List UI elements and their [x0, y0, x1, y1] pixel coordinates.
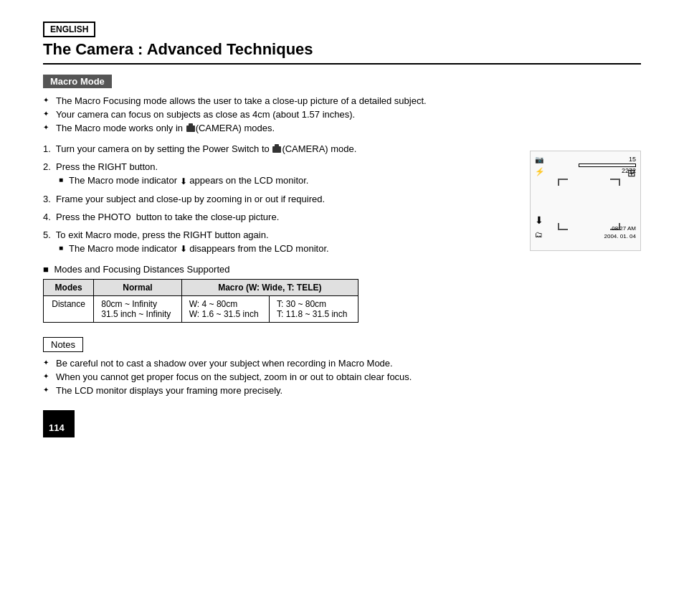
col-header-modes: Modes [44, 280, 94, 296]
cell-mode: Distance [44, 296, 94, 323]
lcd-focus-bl [558, 223, 568, 230]
modes-table: Modes Normal Macro (W: Wide, T: TELE) Di… [43, 279, 358, 323]
lcd-card-icon: 🗂 [535, 230, 543, 239]
page-number-area: 114 [43, 410, 641, 437]
lcd-camera-icon: 📷 [535, 156, 543, 164]
step-3: 3. Frame your subject and close-up by zo… [43, 194, 516, 204]
lcd-flash-icon: ⚡ [535, 167, 545, 176]
camera-icon [186, 125, 195, 132]
lcd-num-15: 15 [629, 156, 636, 163]
intro-bullet-2: Your camera can focus on subjects as clo… [43, 109, 641, 120]
english-badge: ENGLISH [43, 22, 95, 37]
notes-list: Be careful not to cast a shadow over you… [43, 358, 641, 396]
step-4: 4. Press the PHOTO button to take the cl… [43, 212, 516, 222]
section-badge: Macro Mode [43, 75, 112, 88]
intro-bullet-list: The Macro Focusing mode allows the user … [43, 95, 641, 133]
camera-icon-s1 [272, 146, 281, 153]
lcd-macro-icon: ⬇ [535, 214, 543, 226]
intro-bullet-3: The Macro mode works only in (CAMERA) mo… [43, 123, 641, 133]
intro-bullet-1: The Macro Focusing mode allows the user … [43, 95, 641, 106]
table-row: Distance 80cm ~ Infinity31.5 inch ~ Infi… [44, 296, 358, 323]
step-2-sub-1: The Macro mode indicator ⬇ appears on th… [59, 175, 516, 186]
col-header-normal: Normal [94, 280, 182, 296]
modes-label: ■ Modes and Focusing Distances Supported [43, 264, 516, 275]
lcd-focus-tl [558, 179, 568, 186]
lcd-grid-icon: ⊞ [627, 167, 636, 179]
note-1: Be careful not to cast a shadow over you… [43, 358, 641, 369]
step-4-text: 4. Press the PHOTO button to take the cl… [43, 212, 516, 222]
lcd-top-row: 📷 15 2272 [535, 156, 636, 174]
note-2: When you cannot get proper focus on the … [43, 371, 641, 382]
page-num-text: 114 [49, 422, 65, 433]
macro-icon-s5: ⬇ [180, 244, 187, 254]
macro-icon-s2: ⬇ [180, 176, 187, 186]
page-title: The Camera : Advanced Techniques [43, 40, 641, 65]
cell-normal: 80cm ~ Infinity31.5 inch ~ Infinity [94, 296, 182, 323]
lcd-bar-area: 15 2272 [546, 156, 636, 174]
step-1: 1. Turn your camera on by setting the Po… [43, 143, 516, 154]
modes-label-prefix: ■ [43, 264, 49, 275]
step-3-text: 3. Frame your subject and close-up by zo… [43, 194, 516, 204]
main-content: 1. Turn your camera on by setting the Po… [43, 143, 641, 333]
step-5-sub-1: The Macro mode indicator ⬇ disappears fr… [59, 243, 516, 255]
lcd-diagram: 📷 15 2272 ⚡ ⊞ ⬇ 🗂 08:27 AM2004. 01. 04 [530, 151, 641, 251]
left-content: 1. Turn your camera on by setting the Po… [43, 143, 516, 333]
cell-macro-w: W: 4 ~ 80cmW: 1.6 ~ 31.5 inch [181, 296, 269, 323]
modes-section: ■ Modes and Focusing Distances Supported… [43, 264, 516, 323]
notes-badge: Notes [43, 337, 83, 352]
step-5: 5. To exit Macro mode, press the RIGHT b… [43, 229, 516, 255]
lcd-focus-tr [610, 179, 620, 186]
step-5-text: 5. To exit Macro mode, press the RIGHT b… [43, 229, 516, 240]
modes-label-text: Modes and Focusing Distances Supported [54, 264, 229, 275]
page-num-triangle: 114 [43, 410, 75, 437]
step-5-sub: The Macro mode indicator ⬇ disappears fr… [43, 243, 516, 255]
note-3: The LCD monitor displays your framing mo… [43, 385, 641, 396]
lcd-datetime: 08:27 AM2004. 01. 04 [604, 224, 636, 240]
steps-list: 1. Turn your camera on by setting the Po… [43, 143, 516, 254]
lcd-inner: 📷 15 2272 ⚡ ⊞ ⬇ 🗂 08:27 AM2004. 01. 04 [531, 151, 640, 250]
step-2-sub: The Macro mode indicator ⬇ appears on th… [43, 175, 516, 186]
step-2-text: 2. Press the RIGHT button. [43, 161, 516, 172]
col-header-macro: Macro (W: Wide, T: TELE) [181, 280, 358, 296]
step-2: 2. Press the RIGHT button. The Macro mod… [43, 161, 516, 186]
cell-macro-t: T: 30 ~ 80cmT: 11.8 ~ 31.5 inch [270, 296, 358, 323]
step-1-text: 1. Turn your camera on by setting the Po… [43, 143, 516, 154]
